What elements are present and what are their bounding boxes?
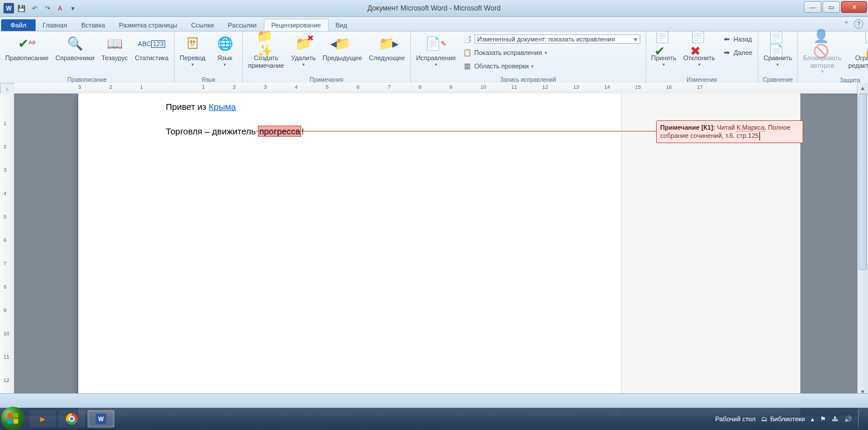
next-comment-button[interactable]: 📁▶Следующее	[366, 33, 408, 64]
tab-mailings[interactable]: Рассылки	[221, 19, 263, 31]
thesaurus-icon: 📖	[105, 34, 124, 53]
start-button[interactable]	[1, 407, 25, 430]
delete-comment-button[interactable]: 📁✖Удалить	[288, 33, 319, 69]
vertical-scrollbar[interactable]: ▴ ▾ ⭱ ⭳	[857, 83, 868, 416]
group-compare: 📄📄Сравнить Сравнение	[758, 32, 798, 84]
new-comment-icon: 📁✨	[257, 34, 276, 53]
svg-rect-2	[8, 419, 12, 424]
show-markup-button[interactable]: 📋Показать исправления	[460, 46, 643, 59]
track-changes-button[interactable]: 📄✎Исправления	[413, 33, 459, 69]
taskbar-chrome[interactable]	[58, 410, 85, 428]
tab-insert[interactable]: Вставка	[74, 19, 112, 31]
tray-chevron-icon[interactable]: ▴	[811, 415, 814, 423]
undo-icon[interactable]: ↶	[29, 3, 40, 13]
tab-file[interactable]: Файл	[1, 19, 36, 31]
track-changes-icon: 📄✎	[427, 34, 445, 53]
reject-icon: 📄✖	[690, 34, 709, 53]
redo-icon[interactable]: ↷	[42, 3, 53, 13]
text-segment: Торговля – движитель	[166, 126, 258, 136]
comment-balloon[interactable]: Примечание [К1]: Читай К.Маркса, Полное …	[656, 120, 803, 143]
svg-rect-3	[13, 419, 18, 424]
vertical-ruler[interactable]: 12345678910111213	[0, 93, 15, 416]
display-for-review-select[interactable]: 📑Измененный документ: показать исправлен…	[460, 33, 643, 46]
taskbar-word[interactable]: W	[88, 410, 114, 428]
help-icon[interactable]: ?	[854, 19, 863, 29]
hyperlink-krym[interactable]: Крыма	[209, 102, 236, 112]
desktop-toolbar-label[interactable]: Рабочий стол	[715, 415, 755, 422]
previous-change-button[interactable]: ⬅Назад	[719, 33, 755, 46]
accept-button[interactable]: 📄✔Принять	[649, 33, 679, 69]
block-authors-icon: 👤🚫	[813, 34, 832, 53]
show-markup-icon: 📋	[463, 48, 472, 57]
tab-references[interactable]: Ссылки	[184, 19, 221, 31]
thesaurus-button[interactable]: 📖Тезаурус	[99, 33, 131, 64]
group-comments: 📁✨Создать примечание 📁✖Удалить 📁◀Предыду…	[243, 32, 411, 84]
next-change-button[interactable]: ➡Далее	[719, 46, 755, 59]
text-cursor	[759, 132, 760, 140]
comment-link: К.Маркса	[737, 124, 765, 131]
reviewing-pane-button[interactable]: ▥Область проверки	[460, 60, 643, 72]
back-arrow-icon: ⬅	[722, 34, 731, 44]
group-proofing: ✔ᴬᴮПравописание 🔍Справочники 📖Тезаурус A…	[0, 32, 175, 84]
minimize-button[interactable]: —	[804, 1, 821, 13]
word-count-button[interactable]: ABC123Статистика	[132, 33, 172, 64]
tray-flag-icon[interactable]: ⚑	[820, 415, 826, 423]
compare-icon: 📄📄	[768, 34, 787, 53]
minimize-ribbon-icon[interactable]: ^	[842, 19, 850, 27]
page[interactable]: Привет из Крыма Торговля – движитель про…	[78, 93, 621, 416]
tab-view[interactable]: Вид	[329, 19, 354, 31]
windows-taskbar: ▶ W Рабочий стол 🗂Библиотеки ▴ ⚑ 🖧 🔊	[0, 408, 868, 430]
libraries-icon: 🗂	[761, 415, 768, 422]
forward-arrow-icon: ➡	[722, 48, 731, 57]
scroll-up-icon[interactable]: ▴	[857, 83, 868, 92]
taskbar-media-player[interactable]: ▶	[29, 410, 56, 428]
globe-icon: 🌐	[215, 34, 234, 53]
spellcheck-icon: ✔ᴬᴮ	[18, 34, 36, 53]
title-bar: W 💾 ↶ ↷ A ▾ Документ Microsoft Word - Mi…	[0, 0, 868, 17]
lock-icon: 📄🔒	[863, 34, 868, 53]
translate-button[interactable]: 🈂Перевод	[177, 33, 208, 69]
language-button[interactable]: 🌐Язык	[210, 33, 240, 69]
previous-comment-button[interactable]: 📁◀Предыдущее	[320, 33, 365, 64]
reviewing-pane-icon: ▥	[463, 61, 472, 71]
tab-home[interactable]: Главная	[36, 19, 74, 31]
ruler-corner[interactable]: L	[0, 83, 15, 95]
research-button[interactable]: 🔍Справочники	[53, 33, 97, 64]
show-desktop-button[interactable]	[858, 410, 864, 428]
reject-button[interactable]: 📄✖Отклонить	[681, 33, 718, 69]
tray-network-icon[interactable]: 🖧	[832, 415, 838, 422]
group-changes: 📄✔Принять 📄✖Отклонить ⬅Назад ➡Далее Изме…	[646, 32, 758, 84]
save-icon[interactable]: 💾	[16, 3, 27, 13]
tab-page-layout[interactable]: Разметка страницы	[112, 19, 184, 31]
comment-label: Примечание [К1]:	[660, 124, 715, 131]
ribbon: ✔ᴬᴮПравописание 🔍Справочники 📖Тезаурус A…	[0, 32, 868, 85]
text-line-1[interactable]: Привет из Крыма	[166, 102, 236, 112]
horizontal-ruler[interactable]: 3211234567891011121314151617	[14, 83, 857, 94]
delete-comment-icon: 📁✖	[294, 34, 313, 53]
tab-review[interactable]: Рецензирование	[264, 19, 329, 31]
qat-customize-icon[interactable]: ▾	[68, 3, 78, 13]
research-icon: 🔍	[65, 34, 84, 53]
word-app-icon[interactable]: W	[4, 3, 14, 13]
translate-icon: 🈂	[183, 34, 202, 53]
next-comment-icon: 📁▶	[378, 34, 396, 53]
display-review-icon: 📑	[463, 34, 472, 44]
scroll-thumb[interactable]	[859, 93, 867, 270]
restrict-editing-button[interactable]: 📄🔒Ограничить редактирование	[845, 33, 868, 71]
spelling-button[interactable]: ✔ᴬᴮПравописание	[2, 33, 51, 64]
window-title: Документ Microsoft Word - Microsoft Word	[367, 4, 500, 12]
compare-button[interactable]: 📄📄Сравнить	[761, 33, 795, 69]
new-comment-button[interactable]: 📁✨Создать примечание	[245, 33, 287, 71]
libraries-toolbar[interactable]: 🗂Библиотеки	[761, 415, 805, 422]
chrome-icon	[66, 413, 78, 425]
svg-rect-0	[8, 413, 12, 418]
maximize-button[interactable]: ▭	[822, 1, 840, 13]
taskbar-tray: Рабочий стол 🗂Библиотеки ▴ ⚑ 🖧 🔊	[715, 410, 868, 428]
tray-volume-icon[interactable]: 🔊	[844, 415, 852, 423]
document-area[interactable]: Привет из Крыма Торговля – движитель про…	[14, 93, 857, 416]
close-button[interactable]: ✕	[841, 1, 867, 13]
font-color-icon[interactable]: A	[55, 3, 65, 13]
block-authors-button[interactable]: 👤🚫Блокировать авторов	[800, 33, 844, 76]
status-bar[interactable]	[0, 393, 868, 408]
window-controls: — ▭ ✕	[804, 1, 867, 13]
